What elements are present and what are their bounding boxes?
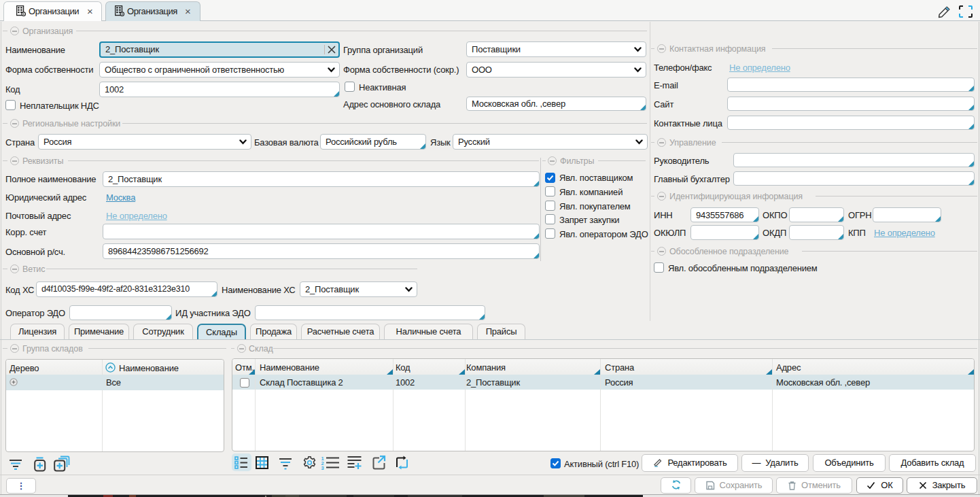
svg-text:3: 3 — [321, 465, 324, 470]
